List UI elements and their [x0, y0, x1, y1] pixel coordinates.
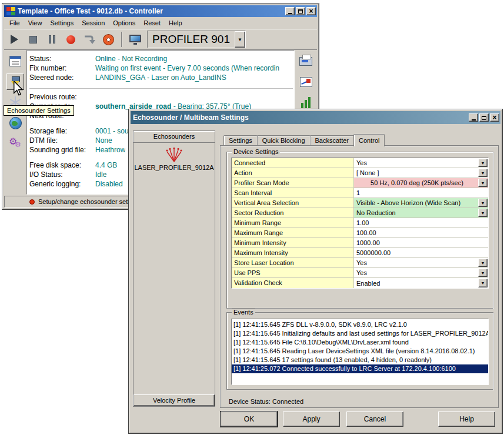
setting-row-vertical-area-selection: Vertical Area SelectionVisible - Above H…	[232, 198, 488, 208]
stop-button[interactable]	[25, 32, 41, 48]
menu-help[interactable]: Help	[165, 18, 186, 28]
control-tab-panel: Device Settings ConnectedYes▼Action[ Non…	[220, 145, 499, 408]
apply-button[interactable]: Apply	[283, 411, 340, 427]
setting-label: Minimum Range	[232, 218, 354, 227]
controller-toolbar: PROFILER 901 ▼	[4, 29, 317, 50]
chart-button[interactable]	[297, 73, 315, 90]
maximize-icon	[482, 116, 486, 120]
stop-icon	[29, 36, 37, 44]
status-label: Generic logging:	[29, 179, 95, 189]
dropdown-arrow-icon[interactable]: ▼	[478, 169, 488, 177]
velocity-profile-button[interactable]: Velocity Profile	[133, 394, 215, 406]
event-log-line[interactable]: [1] 12:41:15.645 Reading Laser DeviceSet…	[232, 347, 488, 356]
menu-view[interactable]: View	[24, 18, 46, 28]
dropdown-arrow-icon[interactable]: ▼	[478, 199, 488, 207]
event-log-line[interactable]: [1] 12:41:15.645 ZFS DLL v-8.9.0.0, SDK …	[232, 320, 488, 329]
settings-title: Echosounder / Multibeam Settings	[133, 113, 469, 122]
dropdown-arrow-icon[interactable]: ▼	[478, 259, 488, 267]
tab-settings[interactable]: Settings	[223, 135, 258, 146]
session-setup-button[interactable]	[6, 53, 24, 69]
status-label: DTM file:	[29, 136, 95, 145]
menu-settings[interactable]: Settings	[46, 18, 78, 28]
laser-profiler-icon	[164, 148, 184, 163]
status-label: I/O Status:	[29, 170, 95, 179]
setting-value[interactable]: 5000000.00	[354, 248, 488, 257]
bent-arrow-icon	[83, 34, 97, 45]
device-status: Device Status:Connected	[229, 398, 305, 405]
setting-row-use-pps: Use PPSYes▼	[232, 268, 488, 278]
play-button[interactable]	[6, 32, 22, 48]
setting-value[interactable]: Yes▼	[354, 268, 488, 277]
event-log-line[interactable]: [1] 12:41:25.072 Connected successfully …	[232, 364, 488, 373]
statusbar-text: Setup/change echosounder settin	[38, 198, 135, 205]
setting-value[interactable]: Visible - Above Horizon (Wide Scan)▼	[354, 198, 488, 208]
output-button[interactable]	[297, 53, 315, 69]
tooltip: Echosounder Settings	[4, 105, 74, 116]
status-label: Sounding grid file:	[29, 145, 95, 155]
gears-icon	[8, 137, 22, 150]
profiler-dropdown-arrow-icon[interactable]: ▼	[235, 31, 245, 48]
event-log-line[interactable]: [1] 12:41:15.645 17 settings found (13 e…	[232, 356, 488, 364]
status-value: Disabled	[95, 179, 123, 189]
status-label: Steered node:	[29, 73, 95, 82]
profiler-combobox[interactable]: PROFILER 901 ▼	[147, 31, 246, 48]
ok-button[interactable]: OK	[221, 411, 278, 427]
record-button[interactable]	[63, 32, 79, 48]
status-row: Fix number:Waiting on first event - Ever…	[29, 63, 294, 73]
dropdown-arrow-icon[interactable]: ▼	[478, 279, 488, 287]
controller-title: Template - Office Test - 9012.db - Contr…	[18, 7, 285, 15]
setting-label: Maximum Intensity	[232, 248, 354, 257]
setting-value[interactable]: Enabled▼	[354, 278, 488, 288]
device-settings-group: Device Settings ConnectedYes▼Action[ Non…	[226, 152, 493, 309]
setting-value[interactable]: Yes▼	[354, 158, 488, 168]
pause-button[interactable]	[44, 32, 60, 48]
settings-minimize-button[interactable]	[469, 113, 478, 122]
echosounder-list: LASER_PROFILER_9012A	[133, 143, 215, 394]
geodesy-button[interactable]	[6, 115, 24, 131]
dropdown-arrow-icon[interactable]: ▼	[478, 179, 488, 187]
menu-options[interactable]: Options	[109, 18, 139, 28]
echosounder-settings-window: Echosounder / Multibeam Settings × Echos…	[128, 109, 503, 434]
echosounder-item[interactable]: LASER_PROFILER_9012A	[134, 148, 213, 171]
computation-settings-button[interactable]	[6, 135, 24, 152]
status-dot-icon	[29, 199, 35, 205]
help-button[interactable]: Help	[438, 411, 495, 427]
levels-button[interactable]	[297, 94, 315, 111]
setting-value[interactable]: [ None ]▼	[354, 168, 488, 178]
tab-quick-blocking[interactable]: Quick Blocking	[257, 135, 311, 146]
setting-value[interactable]: 1	[354, 188, 488, 198]
goto-button[interactable]	[82, 32, 98, 48]
setting-value[interactable]: 100.00	[354, 228, 488, 237]
settings-close-button[interactable]: ×	[490, 113, 499, 122]
dropdown-arrow-icon[interactable]: ▼	[478, 159, 488, 167]
status-row: Steered node:LANDINS_GGA - Laser on Auto…	[29, 73, 294, 82]
device-status-label: Device Status:	[229, 398, 271, 405]
setting-value[interactable]: Yes▼	[354, 258, 488, 267]
tab-control[interactable]: Control	[353, 134, 385, 146]
cancel-button[interactable]: Cancel	[346, 411, 403, 427]
maximize-button[interactable]	[296, 7, 305, 15]
setting-label: Connected	[232, 158, 354, 168]
setting-row-store-laser-location: Store Laser LocationYes▼	[232, 258, 488, 268]
event-log-line[interactable]: [1] 12:41:15.645 File C:\8.10\Debug\XML\…	[232, 338, 488, 347]
dropdown-arrow-icon[interactable]: ▼	[478, 269, 488, 277]
setting-value[interactable]: 1.00	[354, 218, 488, 227]
setting-value[interactable]: No Reduction▼	[354, 208, 488, 218]
settings-maximize-button[interactable]	[479, 113, 489, 122]
setting-value[interactable]: 50 Hz, 0.070 deg (250K pts/sec)▼	[354, 178, 488, 188]
display-button[interactable]	[127, 32, 143, 48]
menu-file[interactable]: File	[5, 18, 24, 28]
maximize-icon	[298, 9, 303, 14]
tab-backscatter[interactable]: Backscatter	[310, 135, 354, 146]
dropdown-arrow-icon[interactable]: ▼	[478, 209, 488, 217]
events-group: Events [1] 12:41:15.645 ZFS DLL v-8.9.0.…	[226, 312, 493, 390]
help-button[interactable]	[101, 32, 116, 48]
menu-reset[interactable]: Reset	[139, 18, 165, 28]
status-value: LANDINS_GGA - Laser on Auto_LandINS	[95, 73, 226, 82]
menu-session[interactable]: Session	[78, 18, 109, 28]
setting-value[interactable]: 1000.00	[354, 238, 488, 247]
event-log-line[interactable]: [1] 12:41:15.645 Initializing defaults a…	[232, 329, 488, 338]
session-icon	[9, 56, 21, 66]
minimize-button[interactable]	[285, 7, 295, 15]
close-button[interactable]: ×	[306, 7, 316, 15]
